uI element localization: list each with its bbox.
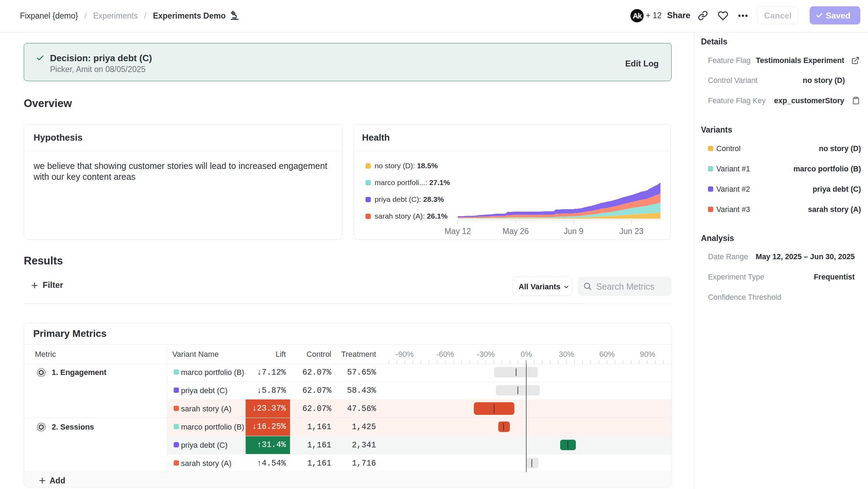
svg-text:May 12: May 12 <box>444 227 471 236</box>
svg-text:Jun 9: Jun 9 <box>564 227 583 236</box>
svg-text:Jun 23: Jun 23 <box>620 227 644 236</box>
svg-text:May 26: May 26 <box>502 227 529 236</box>
